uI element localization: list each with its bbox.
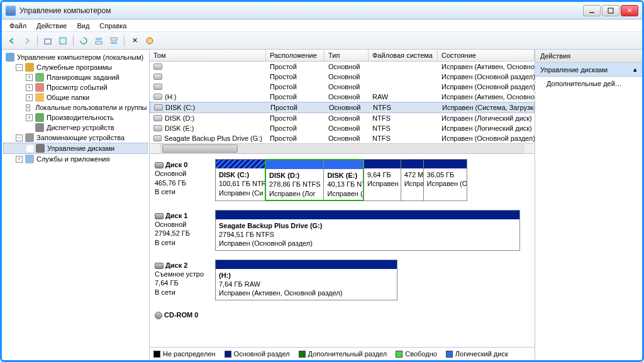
disk-icon <box>155 263 164 269</box>
partition-unlabeled-1[interactable]: 9,64 ГБИсправен <box>364 160 401 200</box>
nav-tree[interactable]: Управление компьютером (локальным) −Служ… <box>2 50 150 360</box>
partition-d[interactable]: DISK (D:)278,86 ГБ NTFSИсправен (Лог <box>266 160 324 200</box>
maximize-button[interactable] <box>602 5 619 16</box>
svg-rect-7 <box>111 41 117 44</box>
svg-rect-2 <box>45 39 51 44</box>
tree-services-apps[interactable]: +Службы и приложения <box>3 154 148 164</box>
disk-info: Диск 0 Основной 465,76 ГБ В сети <box>155 159 211 201</box>
volume-icon <box>153 63 162 70</box>
svg-rect-6 <box>111 38 117 40</box>
volume-icon <box>153 125 162 131</box>
volume-row[interactable]: ПростойОсновнойИсправен (Основной раздел… <box>150 82 535 92</box>
legend-extended: Дополнительный раздел <box>308 350 387 358</box>
legend-unallocated: Не распределен <box>163 350 216 358</box>
volume-row[interactable]: DISK (D:)ПростойОсновнойNTFSИсправен (Ло… <box>150 113 535 123</box>
view-top-button[interactable] <box>92 35 105 47</box>
close-button[interactable]: ✕ <box>621 5 638 16</box>
menu-file[interactable]: Файл <box>6 21 30 31</box>
tree-device-manager[interactable]: Диспетчер устройств <box>3 123 148 133</box>
menu-help[interactable]: Справка <box>96 21 130 31</box>
legend-logical: Логический диск <box>455 350 508 358</box>
partition-h[interactable]: (H:)7,64 ГБ RAWИсправен (Активен, Основн… <box>216 260 397 300</box>
collapse-icon[interactable]: ▴ <box>633 65 637 74</box>
volume-list[interactable]: Том Расположение Тип Файловая система Со… <box>150 50 535 154</box>
volume-row[interactable]: DISK (E:)ПростойОсновнойNTFSИсправен (Ло… <box>150 123 535 133</box>
tree-root[interactable]: Управление компьютером (локальным) <box>3 52 148 62</box>
disk-graphical-view[interactable]: Диск 0 Основной 465,76 ГБ В сети DISK (C… <box>150 154 535 347</box>
volume-row[interactable]: (H:)ПростойОсновнойRAWИсправен (Активен,… <box>150 92 535 102</box>
disk-row-1[interactable]: Диск 1 Основной 2794,52 ГБ В сети Seagat… <box>155 210 530 251</box>
window-title: Управление компьютером <box>19 6 583 15</box>
col-type[interactable]: Тип <box>325 50 369 61</box>
tree-system-tools[interactable]: −Служебные программы <box>3 62 148 72</box>
svg-point-8 <box>147 38 153 44</box>
volume-icon <box>153 74 162 80</box>
volume-icon <box>154 104 163 111</box>
col-volume[interactable]: Том <box>150 50 266 61</box>
minimize-button[interactable] <box>583 5 601 16</box>
disk-row-0[interactable]: Диск 0 Основной 465,76 ГБ В сети DISK (C… <box>155 159 530 201</box>
disk-info: Диск 1 Основной 2794,52 ГБ В сети <box>155 210 211 251</box>
partition-unlabeled-2[interactable]: 472 МИспра <box>401 160 424 200</box>
actions-header: Действия <box>535 50 642 63</box>
view-bottom-button[interactable] <box>108 35 120 47</box>
tree-task-scheduler[interactable]: +Планировщик заданий <box>3 72 148 82</box>
forward-button[interactable] <box>21 35 33 47</box>
col-layout[interactable]: Расположение <box>266 50 325 61</box>
volume-icon <box>153 115 162 121</box>
disk-row-2[interactable]: Диск 2 Съемное устро 7,64 ГБ В сети (H:)… <box>155 260 530 300</box>
titlebar: Управление компьютером ✕ <box>2 2 642 19</box>
toolbar: ✕ <box>2 32 642 50</box>
volume-icon <box>153 84 162 90</box>
tree-storage[interactable]: −Запоминающие устройства <box>3 133 148 143</box>
help-button[interactable] <box>143 35 156 47</box>
menu-action[interactable]: Действие <box>33 21 70 31</box>
svg-rect-1 <box>608 8 613 13</box>
disk-icon <box>155 162 164 168</box>
properties-button[interactable] <box>57 35 69 47</box>
legend: Не распределен Основной раздел Дополните… <box>150 347 535 360</box>
disk-info: Диск 2 Съемное устро 7,64 ГБ В сети <box>155 260 211 300</box>
volume-row[interactable]: ПростойОсновнойИсправен (Основной раздел… <box>150 72 535 82</box>
refresh-button[interactable] <box>77 35 90 47</box>
legend-primary: Основной раздел <box>234 350 290 358</box>
volume-icon <box>153 94 162 100</box>
cdrom-icon <box>155 312 162 319</box>
volume-row[interactable]: DISK (C:)ПростойОсновнойNTFSИсправен (Си… <box>150 102 535 113</box>
disk-info: CD-ROM 0 <box>155 309 211 319</box>
volume-row[interactable]: Seagate Backup Plus Drive (G:)ПростойОсн… <box>150 133 535 143</box>
partition-g[interactable]: Seagate Backup Plus Drive (G:)2794,51 ГБ… <box>216 211 519 250</box>
horizontal-scrollbar[interactable] <box>150 143 535 153</box>
actions-section[interactable]: Управление дисками ▴ <box>535 63 642 77</box>
tree-performance[interactable]: +Производительность <box>3 112 148 123</box>
back-button[interactable] <box>6 35 18 47</box>
svg-rect-5 <box>96 41 102 44</box>
col-filesystem[interactable]: Файловая система <box>369 50 438 61</box>
volume-icon <box>153 135 162 141</box>
legend-free: Свободно <box>405 350 437 358</box>
svg-rect-3 <box>60 38 66 44</box>
menubar: Файл Действие Вид Справка <box>2 19 642 32</box>
app-icon <box>6 6 16 16</box>
partition-c[interactable]: DISK (C:)100,61 ГБ NTFSИсправен (Си <box>216 160 265 200</box>
actions-pane: Действия Управление дисками ▴ Дополнител… <box>535 50 642 360</box>
disk-icon <box>155 213 164 219</box>
actions-more[interactable]: Дополнительные дей… <box>535 77 642 90</box>
col-status[interactable]: Состояние <box>438 50 535 61</box>
svg-rect-4 <box>96 38 102 40</box>
tree-local-users[interactable]: +Локальные пользователи и группы <box>3 102 148 112</box>
partition-unlabeled-3[interactable]: 36,05 ГБИсправен (О <box>424 160 467 200</box>
tree-shared-folders[interactable]: +Общие папки <box>3 92 148 102</box>
tree-event-viewer[interactable]: +Просмотр событий <box>3 82 148 92</box>
up-button[interactable] <box>42 35 54 47</box>
delete-button[interactable]: ✕ <box>128 35 141 47</box>
tree-disk-management[interactable]: Управление дисками <box>3 143 148 154</box>
partition-e[interactable]: DISK (E:)40,13 ГБ NTFИсправен (Л <box>324 160 363 200</box>
menu-view[interactable]: Вид <box>73 21 93 31</box>
volume-row[interactable]: ПростойОсновнойИсправен (Активен, Основн… <box>150 62 535 72</box>
volume-header-row: Том Расположение Тип Файловая система Со… <box>150 50 535 62</box>
disk-row-cdrom[interactable]: CD-ROM 0 <box>155 309 530 319</box>
